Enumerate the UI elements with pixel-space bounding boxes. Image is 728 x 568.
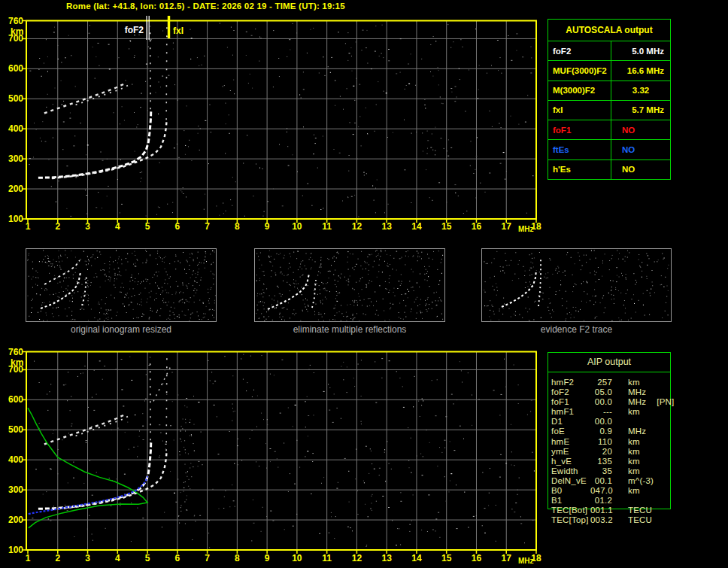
y-tick-label: 760 [0,347,23,357]
autoscala-row-value: 5.7 MHz [611,101,670,120]
aip-row-value: 003.2 [590,515,612,525]
autoscala-row-value: NO [611,120,670,139]
y-tick-label: 300 [0,484,23,495]
page-title: Rome (lat: +41.8, lon: 012.5) - DATE: 20… [66,2,345,11]
aip-row-value: 35 [590,466,612,476]
autoscala-output-table: AUTOSCALA output foF25.0 MHzMUF(3000)F21… [548,19,671,180]
autoscala-row-value: 5.0 MHz [611,41,670,60]
autoscala-window: Rome (lat: +41.8, lon: 012.5) - DATE: 20… [0,0,728,568]
x-tick-label: 5 [138,553,156,563]
x-tick-label: 16 [467,221,485,232]
autoscala-row: foF1NO [548,120,670,139]
x-tick-label: 10 [288,553,306,563]
x-tick-label: 9 [258,221,276,232]
panel-caption-original: original ionogram resized [26,324,217,335]
aip-row-unit: km [612,457,671,466]
panel-original-ionogram [26,248,217,322]
aip-row-unit [612,496,671,506]
autoscala-row: M(3000)F23.32 [548,80,670,100]
x-tick-label: 17 [497,221,515,232]
panel-evidence-f2 [481,248,672,322]
x-tick-label: 7 [199,221,217,232]
aip-row-label: B1 [548,496,590,506]
aip-row-value: 135 [590,457,612,466]
x-tick-label: 8 [228,553,246,563]
x-tick-label: 12 [347,553,366,563]
aip-row: h_vE135km [548,457,671,466]
aip-row-value: --- [590,407,612,417]
aip-row-label: h_vE [548,457,590,466]
x-tick-label: 11 [318,221,336,232]
fxi-marker-label: fxI [173,26,184,36]
y-tick-label: 200 [0,515,23,525]
aip-row-unit: km [612,447,671,457]
x-tick-label: 4 [108,221,126,232]
aip-row-label: foF1 [548,397,590,407]
y-tick-label: 200 [0,184,23,194]
aip-row: hmF2257km [548,378,671,387]
autoscala-row-label: MUF(3000)F2 [548,61,611,80]
aip-row-value: 001.1 [590,506,612,515]
aip-row-value: 00.0 [590,397,612,407]
aip-row-label: hmE [548,437,590,447]
panel-caption-evidence: evidence F2 trace [481,324,672,335]
aip-row-value: 00.0 [590,417,612,427]
y-tick-label: 400 [0,123,23,134]
autoscala-row-label: foF1 [548,120,611,139]
x-tick-label: 1 [19,553,37,563]
autoscala-row-label: M(3000)F2 [548,81,611,100]
aip-row-value: 110 [590,437,612,447]
aip-row-unit: MHz[PN] [612,397,674,407]
x-tick-label: 10 [288,221,306,232]
aip-row-unit [612,417,671,427]
aip-row-unit: km [612,466,671,476]
aip-row-label: Ewidth [548,466,590,476]
y-tick-label: 500 [0,424,23,435]
aip-row: B0047.0km [548,486,671,496]
aip-row: hmF1---km [548,407,671,417]
aip-row-unit: km [612,378,671,387]
x-tick-label: 3 [79,553,97,563]
aip-row-label: D1 [548,417,590,427]
y-tick-label: 500 [0,93,23,104]
aip-row-unit: km [612,437,671,447]
autoscala-row: ftEsNO [548,139,670,159]
fof2-marker-label: foF2 [120,25,144,35]
aip-row: TEC[Top]003.2TECU [548,515,671,525]
y-tick-label: 400 [0,454,23,465]
x-tick-label: 15 [438,553,456,563]
aip-row-label: foE [548,427,590,436]
aip-row-value: 20 [590,447,612,457]
aip-row-label: hmF2 [548,378,590,387]
autoscala-row: foF25.0 MHz [548,41,670,60]
autoscala-row-value: 3.32 [611,81,670,100]
x-tick-label: 2 [49,553,67,563]
aip-row: Ewidth35km [548,466,671,476]
aip-row-label: ymE [548,447,590,457]
aip-row: foE0.9MHz [548,427,671,436]
x-tick-label: 6 [168,221,187,232]
aip-row-unit: MHz [612,427,671,436]
x-tick-label: 14 [408,553,426,563]
x-tick-label: 12 [347,221,366,232]
x-tick-label: 1 [19,221,37,232]
y-axis-unit: km [11,357,23,368]
aip-row-unit: m^(-3) [612,476,671,486]
aip-row-label: B0 [548,486,590,496]
autoscala-row: MUF(3000)F216.6 MHz [548,60,670,80]
autoscala-table-rows: foF25.0 MHzMUF(3000)F216.6 MHzM(3000)F23… [548,41,670,179]
aip-row-unit: TECU [612,506,671,515]
aip-row-value: 00.1 [590,476,612,486]
y-tick-label: 760 [0,16,23,26]
aip-row: ymE20km [548,447,671,457]
aip-row-label: TEC[Bot] [548,506,590,515]
autoscala-row-label: h'Es [548,160,611,179]
x-tick-label: 17 [497,553,515,563]
x-tick-label: 2 [49,221,67,232]
autoscala-row: fxI5.7 MHz [548,100,670,120]
x-tick-label: 4 [108,553,126,563]
aip-row-unit: MHz [612,387,671,397]
x-tick-label: 5 [138,221,156,232]
x-tick-label: 16 [467,553,485,563]
aip-row-label: hmF1 [548,407,590,417]
